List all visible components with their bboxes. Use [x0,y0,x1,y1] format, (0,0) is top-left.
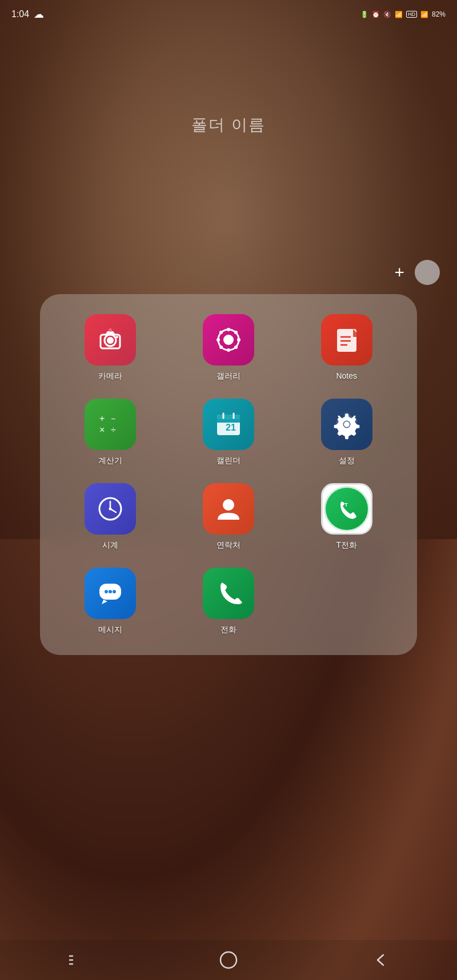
apps-grid: 카메라 갤러리 [57,314,400,635]
messages-label: 메시지 [98,625,122,635]
svg-point-1 [107,337,114,344]
notes-svg [331,324,362,355]
svg-point-34 [223,499,234,511]
mute-icon: 🔇 [383,11,391,18]
circle-button[interactable] [415,260,440,285]
app-item-settings[interactable]: 설정 [293,399,400,466]
notes-label: Notes [336,371,357,380]
svg-point-4 [109,328,112,332]
contacts-label: 연락처 [217,540,240,551]
sim-icon: 🔋 [360,11,368,18]
calendar-svg: 21 [213,409,244,440]
gallery-icon [203,314,254,366]
folder-title-area: 폴더 이름 [0,114,457,136]
settings-label: 설정 [339,456,355,466]
messages-icon [85,568,136,619]
gallery-label: 갤러리 [217,371,240,381]
svg-text:×: × [99,425,105,435]
svg-point-12 [234,346,238,349]
add-app-button[interactable]: + [394,263,404,282]
tphone-inner-circle: T [324,486,370,532]
clock-label: 시계 [102,540,118,551]
tphone-label: T전화 [336,540,357,551]
back-icon [373,951,390,969]
bottom-nav [0,940,457,980]
svg-point-8 [227,348,230,352]
folder-container: 카메라 갤러리 [40,294,417,655]
status-time: 1:04 [11,9,29,19]
svg-point-9 [217,338,220,342]
hd-label: HD [406,11,417,18]
svg-text:−: − [111,414,115,423]
svg-text:T: T [344,502,348,508]
calendar-label: 캘린더 [217,456,240,466]
svg-point-33 [109,508,112,511]
calc-icon: + − × ÷ [85,399,136,450]
app-item-calculator[interactable]: + − × ÷ 계산기 [57,399,164,466]
home-button[interactable] [218,950,239,970]
battery-pct: 82% [432,10,446,18]
action-buttons: + [394,260,440,285]
app-item-clock[interactable]: 시계 [57,483,164,551]
notes-icon [321,314,372,366]
svg-point-14 [219,346,223,349]
app-item-gallery[interactable]: 갤러리 [175,314,282,381]
settings-gear-svg [331,409,362,440]
svg-text:21: 21 [226,423,236,432]
calc-svg: + − × ÷ [95,409,126,440]
tphone-phone-svg: T [336,498,358,520]
app-item-calendar[interactable]: 21 캘린더 [175,399,282,466]
calendar-icon: 21 [203,399,254,450]
recent-icon [67,951,84,969]
contacts-icon [203,483,254,535]
svg-point-39 [113,590,116,593]
gallery-svg [213,324,244,355]
svg-text:+: + [99,413,105,423]
messages-svg [95,578,126,609]
svg-text:÷: ÷ [111,425,116,435]
svg-point-11 [219,331,223,334]
back-button[interactable] [373,951,390,969]
tphone-icon: T [321,483,372,535]
wifi-icon: 📶 [395,11,403,18]
camera-icon [85,314,136,366]
settings-icon [321,399,372,450]
clock-svg [95,493,126,524]
svg-point-38 [109,590,112,593]
clock-icon [85,483,136,535]
app-item-camera[interactable]: 카메라 [57,314,164,381]
svg-point-37 [105,590,108,593]
phone-label: 전화 [221,625,236,635]
svg-point-7 [227,328,230,331]
recent-apps-button[interactable] [67,951,84,969]
app-item-tphone[interactable]: T T전화 [293,483,400,551]
alarm-icon: ⏰ [372,11,380,18]
camera-svg [95,324,126,355]
status-right: 🔋 ⏰ 🔇 📶 HD 📶 82% [360,10,446,18]
svg-point-3 [116,336,118,338]
svg-point-43 [221,952,236,968]
contacts-svg [213,493,244,524]
app-item-notes[interactable]: Notes [293,314,400,381]
phone-svg [213,578,244,609]
camera-label: 카메라 [98,371,122,381]
calc-label: 계산기 [98,456,122,466]
app-item-phone[interactable]: 전화 [175,568,282,635]
phone-icon [203,568,254,619]
svg-point-13 [234,331,238,334]
folder-title: 폴더 이름 [191,116,266,134]
home-icon [218,950,239,970]
app-item-contacts[interactable]: 연락처 [175,483,282,551]
app-item-messages[interactable]: 메시지 [57,568,164,635]
svg-point-10 [237,338,240,342]
weather-icon: ☁ [34,8,44,21]
status-left: 1:04 ☁ [11,8,44,21]
svg-point-6 [223,335,234,345]
status-bar: 1:04 ☁ 🔋 ⏰ 🔇 📶 HD 📶 82% [0,0,457,29]
signal-icon: 📶 [420,11,428,18]
